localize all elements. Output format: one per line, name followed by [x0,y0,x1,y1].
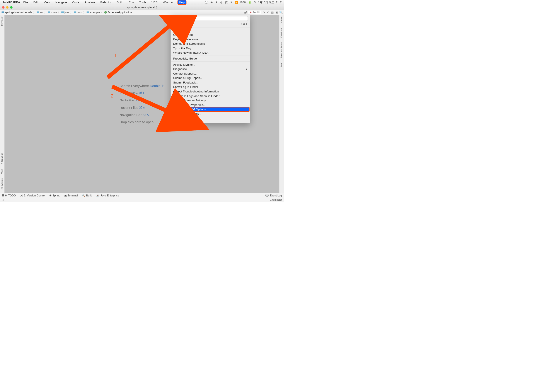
folder-icon [87,11,89,13]
help-menu-item[interactable]: Edit Custom Properties... [171,103,250,107]
search-icon[interactable]: 🔍 [279,11,283,14]
help-menu-item[interactable]: Getting Started [171,33,250,37]
folder-icon [37,11,39,13]
sogou-icon[interactable]: S [253,1,256,4]
tool-javaee[interactable]: ☕ Java Enterprise [96,194,119,197]
tool-favorites[interactable]: 2: Favorites [1,178,4,191]
tool-vcs[interactable]: ⎇ 9: Version Control [20,194,45,197]
run-config-chip[interactable]: ◆Rabbit [248,10,261,14]
input-icon[interactable]: 英 [225,1,228,4]
chat-icon[interactable]: 💬 [205,1,208,4]
menu-file[interactable]: File [22,0,29,4]
help-search-input[interactable] [184,16,248,21]
git-branch[interactable]: Git: master [270,198,282,201]
bottom-tool-bar: ☰ 6: TODO ⎇ 9: Version Control ❀ Spring … [0,193,284,198]
help-menu-item[interactable]: Keymap Reference [171,37,250,42]
run-icon: ◆ [250,11,252,14]
tool-todo[interactable]: ☰ 6: TODO [2,194,16,197]
help-menu-item[interactable]: Debug Log Settings... [171,112,250,116]
bluetooth-icon[interactable]: ✳ [230,1,233,4]
menu-code[interactable]: Code [71,0,80,4]
menu-tools[interactable]: Tools [138,0,147,4]
menu-separator [171,62,250,62]
menu-run[interactable]: Run [127,0,135,4]
help-menu-item[interactable]: Productivity Guide [171,56,250,61]
window-title-text: spring-boot-example-all [ [127,6,157,9]
close-icon[interactable] [2,6,4,8]
help-menu-item[interactable]: Activity Monitor... [171,62,250,67]
breadcrumb[interactable]: spring-boot-schedule 〉 src 〉 main 〉 java… [1,10,245,14]
panel-icon[interactable]: ▥ [271,11,274,14]
wechat-icon[interactable]: ☯ [210,1,213,4]
tool-web[interactable]: Web [1,168,4,174]
tool-structure[interactable]: 7: Structure [1,152,4,165]
help-menu-item[interactable]: ? Help [171,28,250,33]
svg-line-0 [107,21,175,78]
annotation-2: 2 [111,93,114,99]
tool-eventlog[interactable]: 💬 Event Log [265,194,282,197]
crumb-module: spring-boot-schedule [1,10,33,14]
mac-menubar: IntelliJ IDEA File Edit View Navigate Co… [0,0,284,5]
help-menu-item[interactable]: Submit Feedback... [171,80,250,85]
status-bar: ▢ Git: master [0,198,284,202]
folder-icon [61,11,64,13]
help-menu-item[interactable]: Demos and Screencasts [171,42,250,46]
class-icon [105,11,107,14]
tool-project[interactable]: 1: Project [1,16,4,27]
empty-editor-hints: Search Everywhere Double ⇧ Project View … [119,80,164,127]
undo-icon[interactable]: ↶ [267,11,270,14]
app-name[interactable]: IntelliJ IDEA [3,1,20,4]
folder-icon [48,11,50,13]
sync-icon[interactable]: ⟳ [262,11,266,14]
menu-separator [171,56,250,56]
help-menu-item[interactable]: Contact Support... [171,71,250,76]
menu-vcs[interactable]: VCS [150,0,159,4]
menubar-right: 💬 ☯ 🖥 ◎ 英 ✳ 📶 100% 🔋 S 1月15日 周三 11:31 [205,1,283,4]
menu-navigate[interactable]: Navigate [54,0,68,4]
tool-spring[interactable]: ❀ Spring [49,194,60,197]
help-find-action[interactable]: Find Action... ⇧⌘A [171,22,250,27]
annotation-1: 1 [114,53,117,58]
wifi-icon[interactable]: 📶 [235,1,238,4]
menu-help[interactable]: Help [177,0,186,5]
tool-terminal[interactable]: ▣ Terminal [64,194,78,197]
help-menu-item[interactable]: Submit a Bug Report... [171,76,250,80]
help-menu-item[interactable]: Tip of the Day [171,46,250,51]
tool-database[interactable]: Database [280,27,283,38]
right-tool-rail: Maven Database Bean Validation Leaf [279,15,284,193]
menu-analyze[interactable]: Analyze [84,0,96,4]
editor-empty-area: 1: Project 7: Structure Web 2: Favorites… [0,15,284,193]
help-menu-item[interactable]: Show Log in Finder [171,85,250,89]
menubar-time: 11:31 [276,1,283,4]
menu-edit[interactable]: Edit [32,0,39,4]
status-widgets-icon[interactable]: ▢ [2,198,4,201]
minimize-icon[interactable] [6,6,8,8]
menu-build[interactable]: Build [116,0,124,4]
tool-beanvalidation[interactable]: Bean Validation [280,42,283,58]
toolbar-right: ◆Rabbit ⟳ ↶ ▥ ▣ 🔍 [245,10,283,14]
help-menu-item[interactable]: Change Memory Settings [171,98,250,103]
battery-icon: 🔋 [248,1,251,4]
menu-view[interactable]: View [43,0,51,4]
display-icon[interactable]: 🖥 [215,1,218,4]
menu-window[interactable]: Window [162,0,175,4]
zoom-icon[interactable] [10,6,12,8]
tool-build[interactable]: 🔨 Build [82,194,92,197]
tool-maven[interactable]: Maven [280,16,283,24]
help-menu-item[interactable]: Edit Custom VM Options... [171,107,250,112]
window-titlebar: spring-boot-example-all [ [0,5,284,10]
layout-icon[interactable]: ▣ [275,11,278,14]
help-search-label: Search [173,17,182,20]
help-menu-item[interactable]: What's New in IntelliJ IDEA [171,50,250,55]
traffic-lights[interactable] [2,6,12,8]
help-menu-item[interactable]: Collect Troubleshooting Information [171,89,250,94]
tool-leaf[interactable]: Leaf [280,62,283,68]
left-tool-rail: 1: Project 7: Structure Web 2: Favorites [0,15,5,193]
help-menu-item[interactable]: Diagnostic▶ [171,67,250,71]
app-icon[interactable]: ◎ [220,1,223,4]
help-menu-item[interactable]: Compress Logs and Show in Finder [171,94,250,98]
help-menu-item[interactable]: Register... [171,118,250,122]
build-icon[interactable] [245,11,247,14]
help-dropdown-menu: Search Find Action... ⇧⌘A ? HelpGetting … [170,15,250,123]
menu-refactor[interactable]: Refactor [99,0,112,4]
